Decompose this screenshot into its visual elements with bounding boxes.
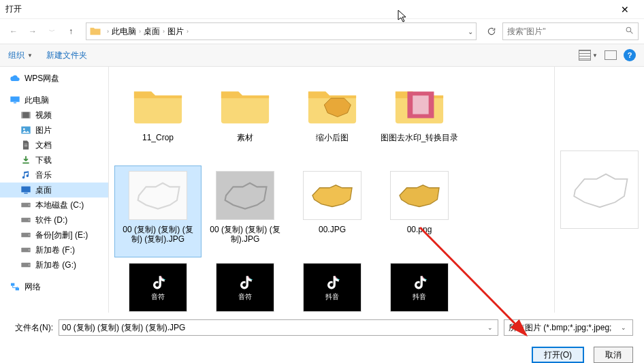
sidebar-item[interactable]: 本地磁盘 (C:) bbox=[0, 198, 108, 212]
file-thumbnail bbox=[214, 77, 276, 130]
file-item[interactable]: 抖音 bbox=[376, 257, 463, 313]
file-label: 00.png bbox=[407, 225, 432, 234]
svg-rect-9 bbox=[22, 163, 29, 164]
svg-rect-5 bbox=[21, 112, 22, 118]
file-label: 素材 bbox=[237, 133, 253, 142]
file-item[interactable]: 抖音 bbox=[289, 257, 376, 313]
sidebar-item[interactable]: 网络 bbox=[0, 279, 108, 294]
file-item[interactable]: 11_Crop bbox=[114, 74, 202, 165]
new-folder-button[interactable]: 新建文件夹 bbox=[46, 50, 87, 61]
file-label: 11_Crop bbox=[142, 133, 174, 142]
file-thumbnail: 音符 bbox=[214, 261, 276, 313]
sidebar-item[interactable]: WPS网盘 bbox=[0, 71, 108, 86]
organize-menu[interactable]: 组织 ▼ bbox=[8, 50, 33, 61]
drive-icon bbox=[20, 260, 31, 270]
sidebar-item[interactable]: 文档 bbox=[0, 138, 108, 153]
view-options[interactable]: ▼ bbox=[579, 50, 598, 61]
file-grid[interactable]: 11_Crop素材缩小后图图图去水印_转换目录00 (复制) (复制) (复制)… bbox=[109, 67, 554, 313]
chevron-down-icon[interactable]: ⌄ bbox=[619, 324, 628, 331]
cancel-button[interactable]: 取消 bbox=[594, 347, 633, 363]
chevron-down-icon[interactable]: ⌄ bbox=[468, 28, 473, 35]
file-item[interactable]: 图图去水印_转换目录 bbox=[376, 74, 463, 165]
sidebar-item[interactable]: 视频 bbox=[0, 108, 108, 123]
refresh-button[interactable] bbox=[483, 23, 500, 40]
search-field[interactable] bbox=[507, 27, 625, 36]
svg-marker-30 bbox=[400, 185, 439, 207]
nav-recent-dropdown[interactable]: ﹀ bbox=[44, 23, 60, 40]
breadcrumb[interactable]: › 此电脑› 桌面› 图片› ⌄ bbox=[86, 22, 477, 40]
preview-pane-toggle[interactable] bbox=[605, 50, 617, 60]
sidebar-item[interactable]: 音乐 bbox=[0, 168, 108, 183]
file-thumbnail bbox=[389, 169, 450, 222]
network-icon bbox=[10, 282, 20, 291]
cloud-icon bbox=[10, 74, 20, 83]
sidebar-item-label: 文档 bbox=[35, 140, 52, 151]
sidebar-item-label: 网络 bbox=[25, 281, 41, 293]
svg-point-19 bbox=[29, 249, 29, 250]
sidebar-item-label: 软件 (D:) bbox=[35, 215, 67, 226]
sidebar-item[interactable]: 桌面 bbox=[0, 183, 108, 198]
file-item[interactable]: 00 (复制) (复制) (复制) (复制).JPG bbox=[114, 165, 202, 257]
filename-input[interactable] bbox=[62, 323, 485, 332]
file-thumbnail: 抖音 bbox=[389, 261, 450, 313]
file-item[interactable]: 00.png bbox=[376, 165, 463, 257]
filename-combo[interactable]: ⌄ bbox=[59, 319, 498, 336]
file-item[interactable]: 00 (复制) (复制) (复制).JPG bbox=[202, 165, 289, 257]
svg-marker-27 bbox=[138, 183, 180, 209]
sidebar-item[interactable]: 新加卷 (G:) bbox=[0, 257, 108, 272]
file-label: 图图去水印_转换目录 bbox=[381, 133, 459, 142]
nav-back[interactable]: ← bbox=[5, 23, 22, 40]
svg-rect-3 bbox=[14, 102, 16, 103]
refresh-icon bbox=[487, 27, 496, 36]
file-item[interactable]: 00.JPG bbox=[289, 165, 376, 257]
download-icon bbox=[20, 155, 31, 165]
sidebar-item-label: 本地磁盘 (C:) bbox=[35, 200, 84, 211]
sidebar-item[interactable]: 备份[勿删] (E:) bbox=[0, 227, 108, 242]
chevron-down-icon[interactable]: ⌄ bbox=[485, 324, 495, 331]
svg-point-13 bbox=[29, 204, 29, 205]
file-label: 00 (复制) (复制) (复制).JPG bbox=[205, 225, 285, 244]
sidebar-item-label: 视频 bbox=[35, 110, 52, 121]
breadcrumb-seg[interactable]: 桌面› bbox=[144, 26, 167, 37]
folder-icon bbox=[89, 25, 101, 37]
sidebar-item[interactable]: 新加卷 (F:) bbox=[0, 242, 108, 257]
sidebar-item-label: 此电脑 bbox=[25, 95, 49, 106]
file-item[interactable]: 音符0 (复制) (复制).jpg bbox=[202, 257, 289, 313]
address-bar: ← → ﹀ ↑ › 此电脑› 桌面› 图片› ⌄ bbox=[0, 19, 644, 44]
drive-icon bbox=[20, 230, 31, 240]
close-button[interactable]: ✕ bbox=[611, 4, 639, 15]
monitor-icon bbox=[10, 95, 20, 105]
file-label: 00 (复制) (复制) (复制) (复制).JPG bbox=[118, 225, 198, 244]
file-thumbnail bbox=[127, 169, 189, 222]
sidebar-item[interactable]: 此电脑 bbox=[0, 93, 108, 108]
sidebar-item-label: 备份[勿删] (E:) bbox=[35, 230, 88, 241]
nav-up[interactable]: ↑ bbox=[63, 23, 79, 40]
file-label: 缩小后图 bbox=[316, 133, 349, 142]
sidebar-item-label: 新加卷 (F:) bbox=[35, 244, 75, 256]
svg-rect-23 bbox=[16, 287, 19, 290]
toolbar: 组织 ▼ 新建文件夹 ▼ ? bbox=[0, 44, 644, 67]
svg-line-1 bbox=[630, 31, 632, 33]
filter-text: 所有图片 (*.bmp;*.jpg;*.jpeg; bbox=[509, 322, 619, 334]
file-item[interactable]: 缩小后图 bbox=[289, 74, 376, 165]
help-button[interactable]: ? bbox=[624, 49, 636, 61]
search-input[interactable] bbox=[502, 22, 639, 40]
file-thumbnail: 音符 bbox=[127, 261, 189, 313]
breadcrumb-seg[interactable]: 图片› bbox=[167, 26, 191, 37]
file-item[interactable]: 素材 bbox=[202, 74, 289, 165]
nav-forward[interactable]: → bbox=[25, 23, 41, 40]
sidebar-item[interactable]: 下载 bbox=[0, 153, 108, 168]
breadcrumb-seg[interactable]: 此电脑› bbox=[112, 26, 144, 37]
open-button[interactable]: 打开(O) bbox=[532, 347, 584, 363]
file-thumbnail bbox=[214, 169, 276, 222]
svg-point-0 bbox=[626, 27, 631, 32]
search-icon[interactable] bbox=[625, 26, 634, 37]
file-item[interactable]: 音符0 (复制) (复制) (复制).jpg bbox=[114, 257, 202, 313]
sidebar: WPS网盘此电脑视频图片文档下载音乐桌面本地磁盘 (C:)软件 (D:)备份[勿… bbox=[0, 67, 109, 313]
filetype-filter[interactable]: 所有图片 (*.bmp;*.jpg;*.jpeg; ⌄ bbox=[504, 319, 633, 336]
sidebar-item[interactable]: 软件 (D:) bbox=[0, 212, 108, 227]
svg-point-15 bbox=[29, 219, 29, 220]
preview-pane bbox=[554, 67, 644, 313]
drive-icon bbox=[20, 215, 31, 225]
sidebar-item[interactable]: 图片 bbox=[0, 123, 108, 138]
